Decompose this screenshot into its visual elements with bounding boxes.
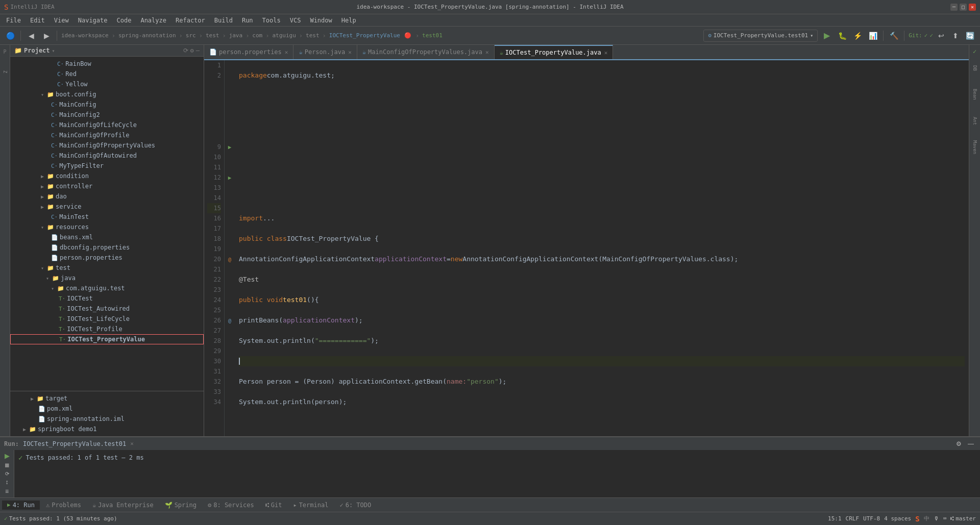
- hide-panel-btn[interactable]: —: [196, 47, 200, 54]
- debug-button[interactable]: 🐛: [836, 30, 848, 42]
- toolbar-forward-btn[interactable]: ▶: [40, 30, 53, 42]
- right-icon-bean[interactable]: Bean: [970, 90, 979, 99]
- tree-item-mainconfig2[interactable]: C· MainConfig2: [10, 110, 204, 120]
- tree-item-ioctest[interactable]: T· IOCTest: [10, 293, 204, 304]
- tree-item-ioctest-profile[interactable]: T· IOCTest_Profile: [10, 324, 204, 334]
- run-sort-btn[interactable]: ↕: [2, 479, 12, 486]
- run-restart-btn[interactable]: ▶: [2, 452, 12, 460]
- tree-item-beans-xml[interactable]: 📄 beans.xml: [10, 232, 204, 242]
- menu-view[interactable]: View: [50, 16, 73, 25]
- menu-code[interactable]: Code: [113, 16, 136, 25]
- tab-ioctest-java[interactable]: ☕ IOCTest_PropertyValue.java ✕: [495, 45, 614, 59]
- minimize-button[interactable]: ─: [950, 4, 958, 11]
- gutter-run-marker[interactable]: ▶: [228, 144, 232, 151]
- menu-help[interactable]: Help: [337, 16, 360, 25]
- close-button[interactable]: ✕: [969, 4, 976, 11]
- tree-item-controller[interactable]: ▶ 📁 controller: [10, 181, 204, 191]
- tree-item-springboot-demo[interactable]: ▶ 📁 springboot demo1: [10, 424, 204, 434]
- tree-item-rainbow[interactable]: C· RainBow: [10, 59, 204, 69]
- gear-icon[interactable]: ⚙: [190, 47, 194, 54]
- right-icon-database[interactable]: DB: [970, 63, 979, 72]
- run-settings-btn[interactable]: ⚙: [953, 439, 964, 449]
- left-icon-1[interactable]: P: [1, 47, 10, 56]
- status-position[interactable]: 15:1: [828, 515, 842, 522]
- run-stop-btn[interactable]: ⏹: [2, 462, 12, 469]
- profile-button[interactable]: 📊: [867, 30, 879, 42]
- bottom-tab-services[interactable]: ⚙ 8: Services: [203, 501, 259, 510]
- code-editor[interactable]: 1 2 3 4 5 6 7 8 9 10 11 12 13 14 15 16 1…: [204, 60, 969, 436]
- status-encoding[interactable]: UTF-8: [863, 515, 880, 522]
- menu-navigate[interactable]: Navigate: [74, 16, 112, 25]
- menu-run[interactable]: Run: [238, 16, 257, 25]
- build-button[interactable]: 🔨: [888, 30, 900, 42]
- tree-item-target[interactable]: ▶ 📁 target: [10, 393, 204, 404]
- tree-item-profile[interactable]: C· MainConfigOfProfile: [10, 130, 204, 140]
- project-dropdown[interactable]: ▾: [52, 48, 55, 54]
- menu-vcs[interactable]: VCS: [286, 16, 305, 25]
- tree-item-java-folder[interactable]: ▾ 📁 java: [10, 273, 204, 283]
- right-icon-maven[interactable]: Maven: [970, 143, 979, 152]
- bottom-tab-problems[interactable]: ⚠ Problems: [41, 501, 86, 510]
- status-mic-icon[interactable]: 🎙: [934, 515, 939, 522]
- breadcrumb-test2[interactable]: test: [306, 32, 320, 39]
- breadcrumb-test[interactable]: test: [206, 32, 219, 39]
- git-rollback-btn[interactable]: ↩: [935, 30, 947, 42]
- breadcrumb-workspace[interactable]: idea-workspace: [61, 32, 109, 39]
- tree-item-dao[interactable]: ▶ 📁 dao: [10, 191, 204, 202]
- sync-btn[interactable]: ⟳: [183, 47, 188, 54]
- status-indent[interactable]: 4 spaces: [884, 515, 911, 522]
- tab-person-properties[interactable]: 📄 person.properties ✕: [204, 45, 293, 59]
- tree-item-yellow[interactable]: C· Yellow: [10, 79, 204, 89]
- menu-refactor[interactable]: Refactor: [172, 16, 209, 25]
- run-button[interactable]: ▶: [821, 30, 833, 42]
- tree-item-maintest[interactable]: C· MainTest: [10, 212, 204, 222]
- tree-item-com-atguigu-test[interactable]: ▾ 📁 com.atguigu.test: [10, 283, 204, 293]
- breadcrumb-atguigu[interactable]: atguigu: [272, 32, 296, 39]
- tree-item-condition[interactable]: ▶ 📁 condition: [10, 171, 204, 181]
- breadcrumb-class[interactable]: IOCTest_PropertyValue: [329, 32, 400, 39]
- tab-person-java[interactable]: ☕ Person.java ✕: [293, 45, 357, 59]
- breadcrumb-src[interactable]: src: [186, 32, 196, 39]
- tree-item-service[interactable]: ▶ 📁 service: [10, 202, 204, 212]
- menu-edit[interactable]: Edit: [26, 16, 49, 25]
- bottom-tab-todo[interactable]: ✓ 6: TODO: [334, 501, 376, 510]
- toolbar-project-btn[interactable]: 🔵: [4, 30, 16, 42]
- tree-item-ioctest-propertyvalue[interactable]: T· IOCTest_PropertyValue: [10, 334, 204, 344]
- bottom-tab-java-enterprise[interactable]: ☕ Java Enterprise: [87, 501, 159, 510]
- structure-icon[interactable]: Z: [1, 67, 10, 77]
- run-hide-btn[interactable]: —: [966, 439, 976, 449]
- tree-item-propertyvalues[interactable]: C· MainConfigOfPropertyValues: [10, 140, 204, 151]
- status-chinese[interactable]: 中: [924, 515, 929, 522]
- bottom-tab-run[interactable]: ▶ 4: Run: [2, 501, 40, 510]
- menu-file[interactable]: File: [2, 16, 25, 25]
- status-keyboard[interactable]: ⌨: [943, 515, 947, 522]
- tree-item-red[interactable]: C· Red: [10, 69, 204, 79]
- coverage-button[interactable]: ⚡: [851, 30, 864, 42]
- tree-item-ioctest-autowired[interactable]: T· IOCTest_Autowired: [10, 304, 204, 314]
- tab-mainconfig-java[interactable]: ☕ MainConfigOfPropertyValues.java ✕: [357, 45, 495, 59]
- tree-item-test-folder[interactable]: ▾ 📁 test: [10, 263, 204, 273]
- status-git-branch[interactable]: ⑆ master: [950, 515, 976, 522]
- breadcrumb-com[interactable]: com: [252, 32, 262, 39]
- tree-item-pom[interactable]: 📄 pom.xml: [10, 404, 204, 414]
- tree-item-person-properties[interactable]: 📄 person.properties: [10, 253, 204, 263]
- run-tab-close[interactable]: ✕: [130, 440, 134, 447]
- tree-item-boot-config[interactable]: ▾ 📁 boot.config: [10, 89, 204, 99]
- run-config-selector[interactable]: ⚙ IOCTest_PropertyValue.test01 ▾: [703, 30, 818, 42]
- gutter-run-marker-2[interactable]: ▶: [228, 174, 232, 181]
- breadcrumb-module[interactable]: spring-annotation: [118, 32, 176, 39]
- code-content[interactable]: package com.atguigu.test; import ... pub…: [235, 60, 969, 436]
- menu-build[interactable]: Build: [210, 16, 237, 25]
- maximize-button[interactable]: □: [960, 4, 967, 11]
- right-icon-ant[interactable]: Ant: [970, 116, 979, 126]
- tree-item-iml[interactable]: 📄 spring-annotation.iml: [10, 414, 204, 424]
- menu-analyze[interactable]: Analyze: [136, 16, 170, 25]
- git-fetch-btn[interactable]: 🔄: [964, 30, 976, 42]
- bottom-tab-spring[interactable]: 🌱 Spring: [160, 501, 202, 510]
- toolbar-back-btn[interactable]: ◀: [25, 30, 37, 42]
- git-push-btn[interactable]: ⬆: [949, 30, 962, 42]
- tree-item-resources[interactable]: ▾ 📁 resources: [10, 222, 204, 232]
- run-filter-btn[interactable]: ≡: [2, 488, 12, 495]
- menu-tools[interactable]: Tools: [258, 16, 285, 25]
- tree-item-ioctest-lifecycle[interactable]: T· IOCTest_LifeCycle: [10, 314, 204, 324]
